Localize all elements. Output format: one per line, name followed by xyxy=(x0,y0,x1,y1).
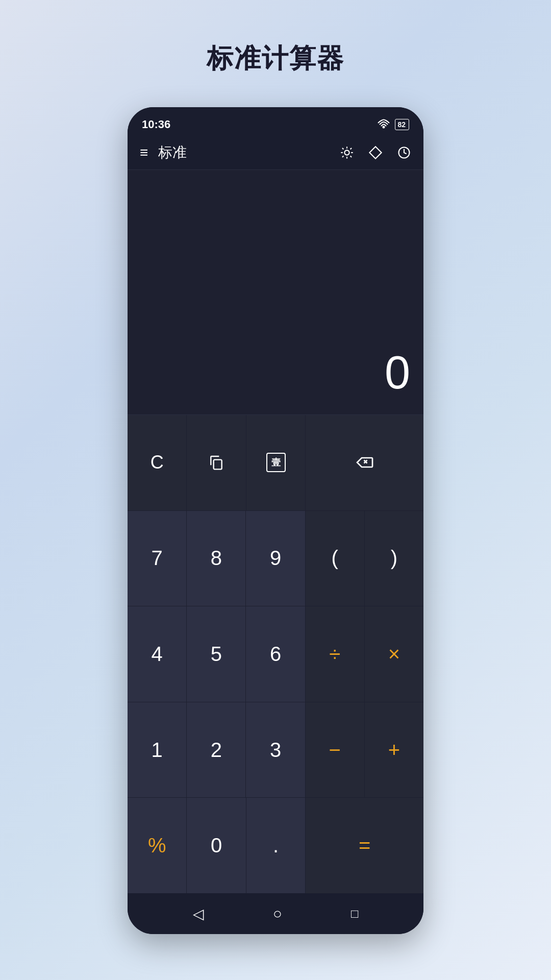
key-open-paren[interactable]: ( xyxy=(306,511,365,606)
brightness-icon[interactable] xyxy=(340,145,354,160)
keypad-row-4: 1 2 3 − + xyxy=(128,702,423,798)
back-nav-button[interactable]: ◁ xyxy=(193,905,204,922)
keypad-row-1: C 壹 xyxy=(128,415,423,511)
keypad-row-2: 7 8 9 ( ) xyxy=(128,511,423,607)
status-bar: 10:36 82 xyxy=(128,107,423,138)
keypad-row-3: 4 5 6 ÷ × xyxy=(128,606,423,702)
recents-nav-button[interactable]: □ xyxy=(351,906,359,921)
key-decimal[interactable]: . xyxy=(246,798,306,893)
key-add[interactable]: + xyxy=(365,702,423,798)
scan-button[interactable]: 壹 xyxy=(246,415,306,510)
status-icons: 82 xyxy=(378,118,409,131)
key-8[interactable]: 8 xyxy=(187,511,246,606)
key-subtract[interactable]: − xyxy=(306,702,365,798)
header-left: ≡ 标准 xyxy=(140,143,187,162)
backspace-button[interactable] xyxy=(306,415,423,510)
svg-point-0 xyxy=(383,127,385,128)
key-multiply[interactable]: × xyxy=(365,606,423,702)
svg-line-7 xyxy=(350,156,352,157)
key-7[interactable]: 7 xyxy=(128,511,187,606)
copy-button[interactable] xyxy=(187,415,246,510)
menu-button[interactable]: ≡ xyxy=(140,144,148,161)
clear-button[interactable]: C xyxy=(128,415,187,510)
app-title: 标准 xyxy=(158,143,187,162)
keypad: C 壹 xyxy=(128,415,423,893)
battery-icon: 82 xyxy=(395,119,409,130)
page-title: 标准计算器 xyxy=(207,41,344,77)
battery-container: 82 xyxy=(395,119,409,130)
svg-line-8 xyxy=(342,156,343,157)
svg-point-1 xyxy=(344,150,349,155)
key-2[interactable]: 2 xyxy=(187,702,246,798)
scan-frame-icon: 壹 xyxy=(266,453,286,472)
app-header: ≡ 标准 xyxy=(128,138,423,170)
key-9[interactable]: 9 xyxy=(246,511,305,606)
phone-frame: 10:36 82 ≡ 标准 xyxy=(128,107,423,934)
key-5[interactable]: 5 xyxy=(187,606,246,702)
key-3[interactable]: 3 xyxy=(246,702,305,798)
key-equals[interactable]: = xyxy=(306,798,423,893)
display-result: 0 xyxy=(385,347,411,399)
svg-rect-11 xyxy=(214,460,222,470)
key-divide[interactable]: ÷ xyxy=(306,606,365,702)
key-6[interactable]: 6 xyxy=(246,606,305,702)
history-icon[interactable] xyxy=(397,145,411,160)
copy-icon xyxy=(208,454,224,471)
home-nav-button[interactable]: ○ xyxy=(273,905,282,922)
key-1[interactable]: 1 xyxy=(128,702,187,798)
key-4[interactable]: 4 xyxy=(128,606,187,702)
key-0[interactable]: 0 xyxy=(187,798,246,893)
keypad-row-5: % 0 . = xyxy=(128,798,423,893)
key-close-paren[interactable]: ) xyxy=(365,511,423,606)
nav-bar: ◁ ○ □ xyxy=(128,893,423,934)
key-percent[interactable]: % xyxy=(128,798,187,893)
wifi-icon xyxy=(378,118,390,131)
theme-icon[interactable] xyxy=(368,145,383,160)
status-time: 10:36 xyxy=(142,118,170,131)
display-area: 0 xyxy=(128,170,423,415)
svg-line-6 xyxy=(342,148,343,149)
backspace-icon xyxy=(356,453,374,472)
svg-line-9 xyxy=(350,148,352,149)
header-right xyxy=(340,145,411,160)
